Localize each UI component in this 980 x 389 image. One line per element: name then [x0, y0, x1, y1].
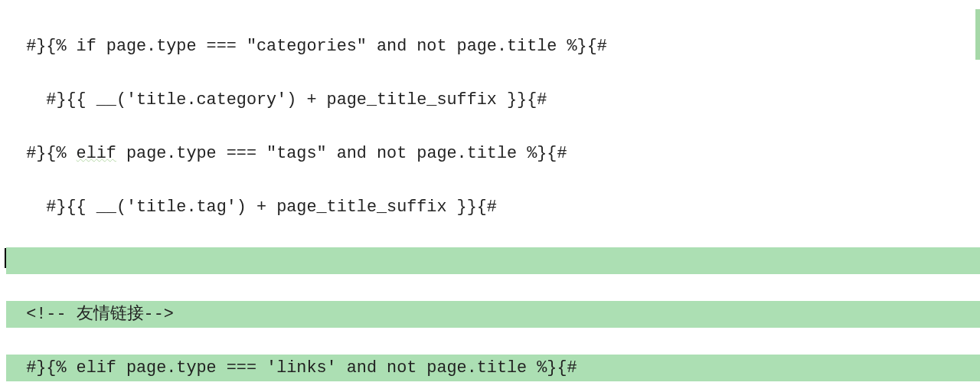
- code-line: #}{{ __('title.category') + page_title_s…: [6, 87, 980, 113]
- code-line: #}{% if page.type === "categories" and n…: [6, 33, 980, 60]
- code-text: #}{% elif page.type === 'links' and not …: [6, 358, 577, 378]
- code-text: <!-- 友情链接-->: [6, 305, 174, 324]
- code-text: #}{%: [6, 144, 77, 163]
- code-line-added: #}{% elif page.type === 'links' and not …: [6, 355, 980, 381]
- text-cursor: [5, 248, 6, 268]
- code-text: #}{{ __('title.category') + page_title_s…: [6, 90, 547, 110]
- code-line: #}{{ __('title.tag') + page_title_suffix…: [6, 194, 980, 221]
- code-squiggle: elif: [77, 144, 116, 163]
- code-text: #}{% if page.type === "categories" and n…: [6, 37, 607, 56]
- code-line: #}{% elif page.type === "tags" and not p…: [6, 140, 980, 167]
- code-text: #}{{ __('title.tag') + page_title_suffix…: [6, 198, 497, 217]
- code-line-added: <!-- 友情链接-->: [6, 301, 980, 328]
- code-text: page.type === "tags" and not page.title …: [116, 144, 567, 163]
- code-line-added: [6, 247, 980, 274]
- code-editor[interactable]: #}{% if page.type === "categories" and n…: [0, 0, 980, 389]
